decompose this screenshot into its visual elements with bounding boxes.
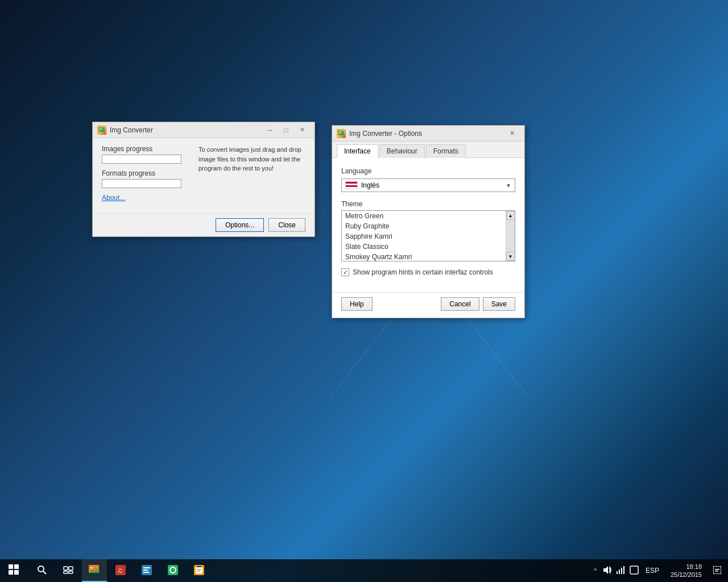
taskbar-clipboard-icon	[192, 563, 206, 577]
svg-rect-34	[143, 572, 149, 573]
options-window-controls: ✕	[504, 126, 520, 142]
tray-volume-button[interactable]	[602, 566, 611, 576]
svg-point-37	[172, 567, 174, 568]
svg-point-26	[90, 567, 93, 569]
close-button[interactable]: Close	[268, 218, 305, 232]
svg-rect-44	[617, 571, 618, 574]
taskbar-audio-icon: ♫	[114, 563, 127, 577]
converter-window-controls: ─ □ ✕	[262, 122, 310, 138]
flag-icon	[345, 181, 358, 189]
svg-text:♫: ♫	[117, 566, 123, 575]
hints-checkbox[interactable]	[341, 268, 349, 276]
help-button[interactable]: Help	[341, 297, 373, 311]
converter-titlebar: Img Converter ─ □ ✕	[93, 122, 315, 138]
taskbar-tray: ^	[588, 563, 728, 579]
tray-chevron-button[interactable]: ^	[593, 568, 598, 574]
about-link[interactable]: About...	[102, 194, 125, 202]
hints-checkbox-label: Show program hints in certain interfaz c…	[353, 268, 493, 276]
theme-list: Metro Green Ruby Graphite Sapphire Kamri…	[342, 211, 506, 261]
svg-rect-28	[89, 572, 99, 573]
svg-rect-16	[14, 564, 19, 569]
clock-time: 18:18	[671, 563, 702, 571]
converter-close-button[interactable]: ✕	[294, 122, 310, 138]
options-titlebar: Img Converter - Options ✕	[332, 126, 524, 142]
theme-item-smokey-quartz[interactable]: Smokey Quartz Kamri	[342, 252, 506, 261]
svg-rect-17	[9, 570, 13, 575]
tab-formats[interactable]: Formats	[426, 144, 466, 158]
theme-item-sapphire-kamri[interactable]: Sapphire Kamri	[342, 231, 506, 242]
tabs-bar: Interface Behaviour Formats	[332, 142, 524, 158]
hints-checkbox-row: Show program hints in certain interfaz c…	[341, 268, 515, 276]
svg-rect-23	[64, 571, 68, 573]
scrollbar-down-button[interactable]: ▼	[506, 252, 515, 261]
cancel-button[interactable]: Cancel	[441, 297, 479, 311]
taskbar-clipboard-button[interactable]	[187, 559, 212, 582]
converter-body: Images progress Formats progress About..…	[93, 138, 315, 209]
converter-buttons: Options... Close	[93, 213, 315, 236]
taskbar-app3-icon	[140, 563, 154, 577]
scrollbar-up-button[interactable]: ▲	[506, 211, 515, 220]
tray-notification-button[interactable]	[630, 566, 639, 576]
taskbar-paint-button[interactable]	[160, 559, 185, 582]
dropdown-arrow-icon: ▼	[506, 182, 511, 189]
svg-rect-18	[14, 570, 19, 575]
language-value: Inglés	[361, 181, 506, 189]
svg-rect-46	[621, 568, 622, 574]
taskbar-search-icon	[35, 563, 49, 577]
theme-list-container: Metro Green Ruby Graphite Sapphire Kamri…	[341, 210, 515, 261]
options-button[interactable]: Options...	[216, 218, 264, 232]
taskbar-taskview-icon	[61, 563, 75, 577]
formats-progress-bar	[102, 179, 181, 188]
tray-network-button[interactable]	[616, 566, 625, 576]
svg-rect-47	[623, 566, 624, 574]
clock-date: 25/12/2015	[671, 571, 702, 579]
svg-rect-22	[69, 567, 73, 570]
converter-maximize-button[interactable]: □	[278, 122, 294, 138]
action-center-button[interactable]	[711, 566, 723, 576]
svg-rect-33	[143, 569, 148, 571]
theme-item-ruby-graphite[interactable]: Ruby Graphite	[342, 221, 506, 231]
taskbar: ♫	[0, 559, 728, 582]
svg-rect-45	[619, 569, 620, 574]
scrollbar-track	[506, 220, 515, 252]
taskbar-audio-button[interactable]: ♫	[108, 559, 133, 582]
taskbar-imgconverter-icon	[88, 563, 101, 577]
svg-rect-50	[715, 569, 719, 570]
converter-window: Img Converter ─ □ ✕ Images progress Form…	[92, 122, 315, 237]
tab-interface[interactable]: Interface	[337, 144, 378, 158]
options-content: Interface Behaviour Formats Language Ing…	[332, 142, 524, 318]
dialog-buttons: Help Cancel Save	[332, 292, 524, 318]
svg-rect-15	[9, 564, 13, 569]
taskbar-clock: 18:18 25/12/2015	[666, 563, 706, 579]
options-window: Img Converter - Options ✕ Interface Beha…	[332, 125, 525, 318]
taskbar-taskview-button[interactable]	[56, 559, 81, 582]
options-app-icon	[337, 129, 346, 138]
converter-title: Img Converter	[110, 126, 262, 134]
svg-rect-41	[197, 569, 201, 570]
svg-marker-43	[603, 566, 608, 574]
desktop: Img Converter ─ □ ✕ Images progress Form…	[0, 0, 728, 582]
tab-interface-content: Language Inglés ▼ Theme Metro Green Ruby…	[332, 158, 524, 292]
converter-minimize-button[interactable]: ─	[262, 122, 278, 138]
save-button[interactable]: Save	[483, 297, 515, 311]
taskbar-paint-icon	[166, 563, 180, 577]
converter-app-icon	[97, 126, 106, 135]
start-button[interactable]	[0, 559, 27, 582]
options-title: Img Converter - Options	[349, 130, 504, 138]
theme-label: Theme	[341, 200, 515, 208]
taskbar-items: ♫	[27, 559, 588, 582]
svg-rect-40	[196, 567, 202, 573]
taskbar-app3-button[interactable]	[134, 559, 159, 582]
tab-behaviour[interactable]: Behaviour	[379, 144, 425, 158]
svg-rect-21	[64, 567, 68, 570]
taskbar-search-button[interactable]	[30, 559, 55, 582]
svg-rect-24	[69, 571, 73, 573]
theme-item-slate-classico[interactable]: Slate Classico	[342, 242, 506, 252]
language-dropdown-wrapper: Inglés ▼	[341, 178, 515, 192]
theme-item-metro-green[interactable]: Metro Green	[342, 211, 506, 221]
taskbar-language[interactable]: ESP	[643, 567, 661, 575]
taskbar-imgconverter-button[interactable]	[82, 559, 107, 582]
images-progress-bar	[102, 155, 181, 164]
options-close-button[interactable]: ✕	[504, 126, 520, 142]
language-dropdown[interactable]: Inglés ▼	[341, 178, 515, 192]
